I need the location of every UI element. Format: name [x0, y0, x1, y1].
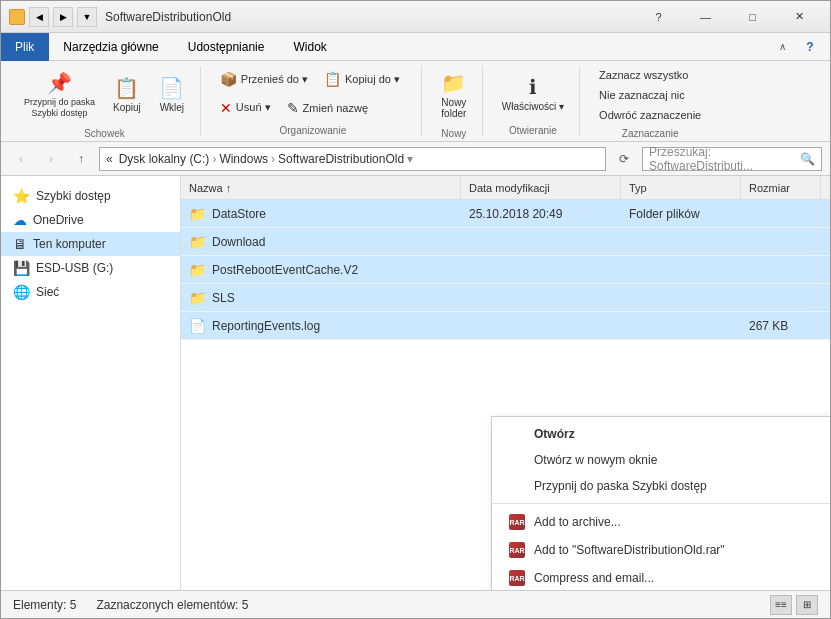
ribbon-props-button[interactable]: ℹ Właściwości ▾ — [495, 70, 571, 117]
selectnone-label: Nie zaznaczaj nic — [599, 89, 685, 101]
cloud-icon: ☁ — [13, 212, 27, 228]
forward-button[interactable]: › — [39, 147, 63, 171]
cm-przypnij[interactable]: Przypnij do paska Szybki dostęp — [492, 473, 830, 499]
selectall-label: Zaznacz wszystko — [599, 69, 688, 81]
ribbon-content: 📌 Przypnij do paskaSzybki dostęp 📋 Kopiu… — [1, 61, 830, 141]
ribbon-group-zazn: Zaznacz wszystko Nie zaznaczaj nic Odwró… — [584, 66, 716, 136]
file-type-sls — [621, 284, 741, 311]
close-button[interactable]: ✕ — [777, 3, 822, 31]
quick-access-btn[interactable]: ◀ — [29, 7, 49, 27]
cm-otworz[interactable]: Otwórz — [492, 421, 830, 447]
folder-icon: 📁 — [189, 290, 206, 306]
sidebar-item-szybkidostep[interactable]: ⭐ Szybki dostęp — [1, 184, 180, 208]
back-button[interactable]: ‹ — [9, 147, 33, 171]
delete-label: Usuń ▾ — [236, 101, 271, 114]
table-row[interactable]: 📁 DataStore 25.10.2018 20:49 Folder plik… — [181, 200, 830, 228]
restore-button[interactable]: □ — [730, 3, 775, 31]
ribbon-newfolder-button[interactable]: 📁 Nowyfolder — [434, 66, 474, 124]
ribbon-pin-button[interactable]: 📌 Przypnij do paskaSzybki dostęp — [17, 66, 102, 124]
zazn-buttons: Zaznacz wszystko Nie zaznaczaj nic Odwró… — [592, 66, 708, 124]
file-date-download — [461, 228, 621, 255]
path-drive: Dysk lokalny (C:) — [119, 152, 210, 166]
sidebar-item-tenkomputer[interactable]: 🖥 Ten komputer — [1, 232, 180, 256]
file-name-download: 📁 Download — [181, 228, 461, 255]
window-title: SoftwareDistributionOld — [105, 10, 231, 24]
folder-icon: 📁 — [189, 262, 206, 278]
file-size-postreboot — [741, 256, 821, 283]
ribbon-help-btn[interactable]: ? — [798, 35, 822, 59]
file-date-postreboot — [461, 256, 621, 283]
down-btn[interactable]: ▼ — [77, 7, 97, 27]
file-name-datastore: 📁 DataStore — [181, 200, 461, 227]
col-header-typ[interactable]: Typ — [621, 176, 741, 199]
sidebar-label-szybkidostep: Szybki dostęp — [36, 189, 111, 203]
tab-widok[interactable]: Widok — [279, 33, 341, 61]
quick-access-btn2[interactable]: ▶ — [53, 7, 73, 27]
cm-add-archive[interactable]: RAR Add to archive... — [492, 508, 830, 536]
table-row[interactable]: 📁 Download — [181, 228, 830, 256]
file-type-reporting — [621, 312, 741, 339]
ribbon-group-schowek: 📌 Przypnij do paskaSzybki dostęp 📋 Kopiu… — [9, 66, 201, 136]
col-header-nazwa[interactable]: Nazwa ↑ — [181, 176, 461, 199]
view-details-button[interactable]: ≡≡ — [770, 595, 792, 615]
ribbon-collapse-btn[interactable]: ∧ — [770, 35, 794, 59]
ribbon-copyto-button[interactable]: 📋 Kopiuj do ▾ — [317, 68, 407, 90]
col-header-rozmiar[interactable]: Rozmiar — [741, 176, 821, 199]
file-list-area: Nazwa ↑ Data modyfikacji Typ Rozmiar 📁 D… — [181, 176, 830, 590]
newfolder-icon: 📁 — [441, 71, 466, 95]
refresh-button[interactable]: ⟳ — [612, 147, 636, 171]
sidebar-item-siec[interactable]: 🌐 Sieć — [1, 280, 180, 304]
ribbon-move-button[interactable]: 📦 Przenieś do ▾ — [213, 68, 315, 90]
rar-icon-2: RAR — [508, 542, 526, 558]
cm-otworz-nowe[interactable]: Otwórz w nowym oknie — [492, 447, 830, 473]
tab-plik[interactable]: Plik — [1, 33, 49, 61]
table-row[interactable]: 📄 ReportingEvents.log 267 KB — [181, 312, 830, 340]
ribbon-rename-button[interactable]: ✎ Zmień nazwę — [280, 97, 375, 119]
cm-przypnij-label: Przypnij do paska Szybki dostęp — [534, 479, 707, 493]
ribbon-tab-bar: Plik Narzędzia główne Udostępnianie Wido… — [1, 33, 830, 61]
cm-add-rar-label: Add to "SoftwareDistributionOld.rar" — [534, 543, 725, 557]
sidebar-item-esdusb[interactable]: 💾 ESD-USB (G:) — [1, 256, 180, 280]
address-bar: ‹ › ↑ « Dysk lokalny (C:) › Windows › So… — [1, 142, 830, 176]
ribbon-delete-button[interactable]: ✕ Usuń ▾ — [213, 97, 278, 119]
table-row[interactable]: 📁 PostRebootEventCache.V2 — [181, 256, 830, 284]
move-icon: 📦 — [220, 71, 237, 87]
cm-add-rar[interactable]: RAR Add to "SoftwareDistributionOld.rar" — [492, 536, 830, 564]
rar-icon-3: RAR — [508, 570, 526, 586]
col-header-data[interactable]: Data modyfikacji — [461, 176, 621, 199]
sidebar-item-onedrive[interactable]: ☁ OneDrive — [1, 208, 180, 232]
sidebar: ⭐ Szybki dostęp ☁ OneDrive 🖥 Ten kompute… — [1, 176, 181, 590]
ribbon-copy-button[interactable]: 📋 Kopiuj — [106, 71, 148, 118]
address-path[interactable]: « Dysk lokalny (C:) › Windows › Software… — [99, 147, 606, 171]
copy-label: Kopiuj — [113, 102, 141, 113]
table-row[interactable]: 📁 SLS — [181, 284, 830, 312]
file-list-header: Nazwa ↑ Data modyfikacji Typ Rozmiar — [181, 176, 830, 200]
tab-udostepnianie[interactable]: Udostępnianie — [174, 33, 280, 61]
ribbon-group-nowy: 📁 Nowyfolder Nowy — [426, 66, 483, 136]
invert-label: Odwróć zaznaczenie — [599, 109, 701, 121]
search-box[interactable]: Przeszukaj: SoftwareDistributi... 🔍 — [642, 147, 822, 171]
file-type-datastore: Folder plików — [621, 200, 741, 227]
view-tiles-button[interactable]: ⊞ — [796, 595, 818, 615]
ribbon-invert-button[interactable]: Odwróć zaznaczenie — [592, 106, 708, 124]
cm-compress-email[interactable]: RAR Compress and email... — [492, 564, 830, 590]
file-type-download — [621, 228, 741, 255]
tab-narzedzia[interactable]: Narzędzia główne — [49, 33, 173, 61]
ribbon-selectnone-button[interactable]: Nie zaznaczaj nic — [592, 86, 708, 104]
network-icon: 🌐 — [13, 284, 30, 300]
org-buttons: 📦 Przenieś do ▾ 📋 Kopiuj do ▾ ✕ Usuń ▾ ✎… — [213, 66, 413, 121]
org-label: Organizowanie — [280, 121, 347, 136]
context-menu: Otwórz Otwórz w nowym oknie Przypnij do … — [491, 416, 830, 590]
schowek-label: Schowek — [84, 124, 125, 139]
otw-label: Otwieranie — [509, 121, 557, 136]
ribbon-selectall-button[interactable]: Zaznacz wszystko — [592, 66, 708, 84]
main-content: ⭐ Szybki dostęp ☁ OneDrive 🖥 Ten kompute… — [1, 176, 830, 590]
ribbon-paste-button[interactable]: 📄 Wklej — [152, 71, 192, 118]
up-button[interactable]: ↑ — [69, 147, 93, 171]
file-type-postreboot — [621, 256, 741, 283]
minimize-button[interactable]: — — [683, 3, 728, 31]
help-button[interactable]: ? — [636, 3, 681, 31]
folder-icon: 📁 — [189, 206, 206, 222]
ribbon-group-otw: ℹ Właściwości ▾ Otwieranie — [487, 66, 580, 136]
items-count: Elementy: 5 — [13, 598, 76, 612]
